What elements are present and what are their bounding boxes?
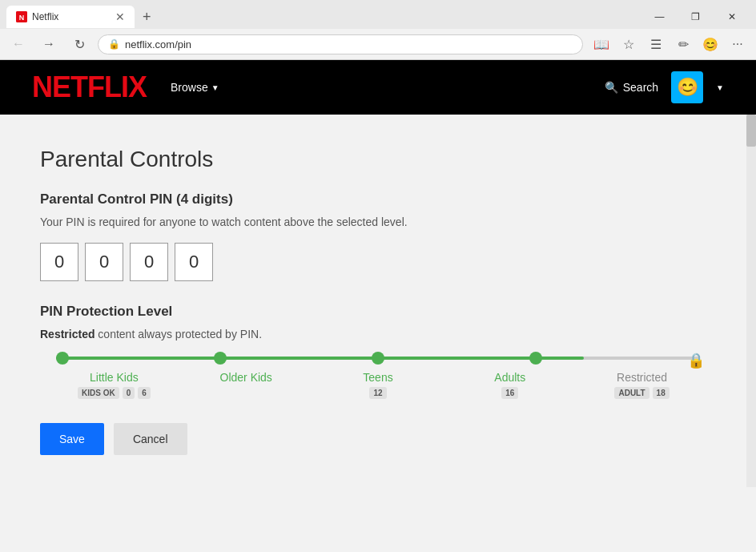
badge-0: 0 [123,387,135,399]
avatar[interactable]: 😊 [671,71,703,103]
button-row: Save Cancel [40,423,716,455]
tab-title: Netflix [32,11,111,22]
badge-adult: ADULT [614,387,649,399]
search-icon: 🔍 [605,81,618,94]
browse-label: Browse [171,81,208,94]
browse-chevron-icon: ▼ [211,83,219,92]
scrollbar-thumb[interactable] [746,115,756,147]
tab-favicon: N [16,11,27,22]
pin-section: Parental Control PIN (4 digits) Your PIN… [40,191,716,281]
slider-dots: 🔒 [56,352,700,365]
protection-desc: Restricted content always protected by P… [40,328,716,340]
more-button[interactable]: ··· [726,32,750,56]
page-title: Parental Controls [40,147,716,172]
search-button[interactable]: 🔍 Search [605,81,658,94]
scrollbar-track [746,115,756,487]
maximize-button[interactable]: ❐ [678,5,714,29]
pin-inputs [40,243,716,281]
extensions-button[interactable]: ✏ [671,32,695,56]
new-tab-button[interactable]: + [138,9,156,26]
address-input[interactable] [125,38,573,50]
slider-dot-1[interactable] [214,352,227,365]
star-icon: ☆ [623,37,634,52]
slider-track[interactable]: 🔒 [56,357,700,360]
tab-close-button[interactable]: ✕ [115,10,125,23]
pin-digit-4[interactable] [175,243,213,281]
profile-button[interactable]: 😊 [698,32,722,56]
netflix-header: NETFLIX Browse ▼ 🔍 Search 😊 ▼ [0,60,756,115]
protection-desc-bold: Restricted [40,328,94,340]
protection-section: PIN Protection Level Restricted content … [40,304,716,399]
slider-label-adults: Adults 16 [444,371,576,399]
badge-6: 6 [138,387,151,399]
browser-tab[interactable]: N Netflix ✕ [6,6,135,28]
reload-button[interactable]: ↻ [67,32,91,56]
restricted-badges: ADULT 18 [576,387,708,399]
restricted-label[interactable]: Restricted [576,371,708,384]
older-kids-label[interactable]: Older Kids [180,371,312,384]
avatar-emoji: 😊 [677,77,698,98]
menu-button[interactable]: ☰ [644,32,668,56]
badge-18: 18 [653,387,670,399]
header-right: 🔍 Search 😊 ▼ [605,71,724,103]
lock-icon: 🔒 [108,38,120,50]
little-kids-label[interactable]: Little Kids [48,371,180,384]
slider-container: 🔒 Little Kids KIDS OK 0 6 Older Kids [40,357,716,399]
smiley-icon: 😊 [702,37,718,52]
adults-badges: 16 [444,387,576,399]
puzzle-icon: ✏ [678,37,689,52]
window-controls: — ❐ ✕ [641,5,750,29]
slider-labels: Little Kids KIDS OK 0 6 Older Kids Teens… [48,371,708,399]
bookmark-button[interactable]: ☆ [617,32,641,56]
browse-menu[interactable]: Browse ▼ [171,81,219,94]
pin-digit-3[interactable] [130,243,168,281]
little-kids-badges: KIDS OK 0 6 [48,387,180,399]
close-window-button[interactable]: ✕ [714,5,750,29]
save-button[interactable]: Save [40,423,104,455]
slider-dot-2[interactable] [372,352,384,365]
adults-label[interactable]: Adults [444,371,576,384]
hamburger-icon: ☰ [650,37,662,52]
pin-digit-2[interactable] [85,243,123,281]
slider-dot-4[interactable]: 🔒 [687,352,700,365]
badge-12: 12 [369,387,386,399]
browser-chrome: N Netflix ✕ + — ❐ ✕ ← → ↻ 🔒 📖 [0,0,756,60]
protection-section-title: PIN Protection Level [40,304,716,320]
slider-label-teens: Teens 12 [312,371,444,399]
protection-desc-rest: content always protected by PIN. [94,328,262,340]
search-label: Search [623,81,658,94]
slider-dot-3[interactable] [529,352,542,365]
pin-digit-1[interactable] [40,243,78,281]
teens-label[interactable]: Teens [312,371,444,384]
badge-kids-ok: KIDS OK [78,387,119,399]
browser-toolbar: ← → ↻ 🔒 📖 ☆ ☰ ✏ 😊 [0,29,756,59]
slider-label-older-kids: Older Kids [180,371,312,399]
avatar-chevron-icon[interactable]: ▼ [716,83,724,92]
forward-button[interactable]: → [37,32,61,56]
pin-section-desc: Your PIN is required for anyone to watch… [40,216,716,228]
forward-icon: → [42,37,55,51]
slider-label-restricted: Restricted ADULT 18 [576,371,708,399]
teens-badges: 12 [312,387,444,399]
pin-section-title: Parental Control PIN (4 digits) [40,191,716,208]
netflix-logo: NETFLIX [32,71,147,104]
cancel-button[interactable]: Cancel [114,423,187,455]
slider-label-little-kids: Little Kids KIDS OK 0 6 [48,371,180,399]
reader-view-button[interactable]: 📖 [589,32,613,56]
ellipsis-icon: ··· [732,37,742,51]
svg-text:N: N [19,14,25,22]
reader-view-icon: 📖 [593,37,609,52]
back-button[interactable]: ← [6,32,30,56]
reload-icon: ↻ [74,37,85,52]
slider-dot-0[interactable] [56,352,69,365]
browser-title-bar: N Netflix ✕ + — ❐ ✕ [0,0,756,29]
address-bar[interactable]: 🔒 [98,34,583,54]
page-content: Parental Controls Parental Control PIN (… [0,115,756,487]
minimize-button[interactable]: — [641,5,678,29]
back-icon: ← [12,37,25,51]
badge-16: 16 [501,387,518,399]
toolbar-icons: 📖 ☆ ☰ ✏ 😊 ··· [589,32,750,56]
